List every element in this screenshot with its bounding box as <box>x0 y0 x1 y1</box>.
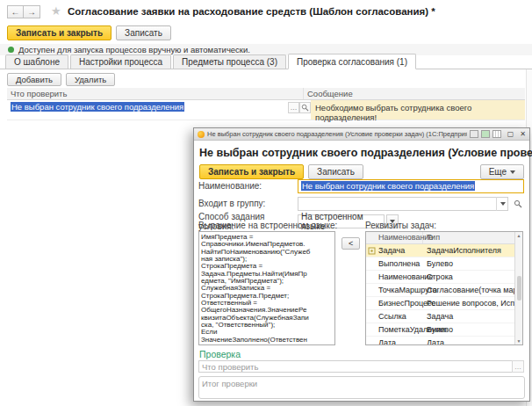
app-icon <box>198 131 205 138</box>
table-row[interactable]: Не выбран сотрудник своего подразделения… <box>7 100 525 120</box>
attribute-type: Булево <box>423 259 514 268</box>
nav-buttons: ← → <box>7 5 40 18</box>
table-row[interactable]: Выполнена Булево <box>366 257 514 271</box>
group-dropdown-button[interactable] <box>496 197 508 211</box>
group-field-label: Входит в группу: <box>198 199 298 208</box>
name-field-label: Наименование: <box>198 181 298 191</box>
attribute-name: БизнесПроцесс <box>366 299 423 308</box>
attribute-type: Задача <box>423 312 514 321</box>
attribute-icon <box>368 247 376 257</box>
column-header-message[interactable]: Сообщение <box>304 88 525 99</box>
check-cell-buttons: … <box>288 102 311 120</box>
attribute-name: ТочкаМаршрута <box>366 286 423 294</box>
group-open-button[interactable] <box>511 197 524 211</box>
tab-process-subjects[interactable]: Предметы процесса (3) <box>173 54 286 69</box>
table-row[interactable]: Дата Дата <box>366 337 514 344</box>
group-field-row: Входит в группу: <box>198 196 524 211</box>
table-row[interactable]: ПометкаУдаления Булево <box>366 323 514 337</box>
tab-about-template[interactable]: О шаблоне <box>5 54 68 69</box>
dialog-heading: Не выбран сотрудник своего подразделения… <box>194 141 529 161</box>
add-button[interactable]: Добавить <box>7 73 61 86</box>
tab-process-settings[interactable]: Настройки процесса <box>70 54 171 69</box>
table-row[interactable]: БизнесПроцесс Решение вопросов, Испол... <box>366 297 514 310</box>
window-icon[interactable] <box>481 130 490 138</box>
scroll-up-icon[interactable]: ▲ <box>517 233 521 238</box>
attribute-type: Дата <box>423 338 514 344</box>
check-cell[interactable]: Не выбран сотрудник своего подразделения <box>7 100 288 120</box>
chevron-down-icon <box>510 170 515 174</box>
forward-icon: → <box>27 7 36 17</box>
group-input[interactable] <box>298 197 508 211</box>
message-cell[interactable]: Необходимо выбрать сотрудника своего под… <box>311 100 525 120</box>
check-cell-value: Не выбран сотрудник своего подразделения <box>11 102 184 112</box>
attribute-name: ПометкаУдаления <box>366 325 423 334</box>
column-header-name[interactable]: Наименование <box>366 232 423 243</box>
scroll-down-icon[interactable]: ▼ <box>517 338 521 344</box>
more-button[interactable]: Еще <box>480 164 524 179</box>
what-to-check-choose-button[interactable]: … <box>512 360 524 373</box>
attribute-name: Наименование <box>366 272 423 281</box>
attributes-table-header: Наименование Тип <box>366 232 514 244</box>
attribute-name: Задача <box>378 246 405 255</box>
attributes-label: Реквизиты задач: <box>365 221 436 230</box>
save-button[interactable]: Записать <box>116 25 171 40</box>
dialog-save-and-close-button[interactable]: Записать и закрыть <box>199 164 304 179</box>
tab-approval-check[interactable]: Проверка согласования (1) <box>288 54 416 69</box>
main-toolbar: Записать и закрыть Записать <box>7 25 171 40</box>
open-button[interactable] <box>299 102 311 113</box>
column-header-type[interactable]: Тип <box>423 232 514 243</box>
choose-button[interactable]: … <box>288 102 299 113</box>
back-icon: ← <box>11 7 20 17</box>
attribute-type: Строка <box>423 272 514 281</box>
command-bar: Добавить Удалить <box>7 73 115 86</box>
maximize-button[interactable]: ▢ <box>507 130 514 138</box>
dialog-titlebar[interactable]: Не выбран сотрудник своего подразделения… <box>194 128 529 141</box>
more-button-label: Еще <box>489 167 507 177</box>
name-field-row: Наименование: Не выбран сотрудник своего… <box>198 178 524 193</box>
attribute-name: Выполнена <box>366 259 423 268</box>
what-to-check-input[interactable] <box>198 360 514 373</box>
check-group-heading: Проверка <box>199 349 241 359</box>
main-window-header: ← → ★ Согласование заявки на расходовани… <box>0 0 532 23</box>
back-button[interactable]: ← <box>7 5 24 18</box>
close-button[interactable]: ✕ <box>520 130 526 138</box>
name-input[interactable]: Не выбран сотрудник своего подразделения <box>298 179 524 193</box>
attribute-name: Ссылка <box>366 312 423 321</box>
check-result-textarea[interactable] <box>198 376 525 399</box>
table-row[interactable]: Задача ЗадачаИсполнителя <box>366 244 514 257</box>
magnifier-icon <box>514 199 522 208</box>
attribute-name: Дата <box>366 338 423 344</box>
page-icon[interactable] <box>470 130 478 138</box>
table-scrollbar[interactable]: ▲ ▼ <box>514 232 522 344</box>
forward-button[interactable]: → <box>24 5 40 18</box>
checks-table-header: Что проверить Сообщение <box>7 88 525 100</box>
page-title: Согласование заявки на расходование сред… <box>68 6 435 17</box>
name-input-value: Не выбран сотрудник своего подразделения <box>301 181 475 191</box>
attribute-type: Решение вопросов, Испол... <box>423 299 514 308</box>
table-row[interactable]: Наименование Строка <box>366 271 514 284</box>
dialog-save-button[interactable]: Записать <box>308 164 363 179</box>
column-header-check[interactable]: Что проверить <box>7 88 304 99</box>
favorite-star-icon[interactable]: ★ <box>51 4 61 18</box>
scrollbar-thumb[interactable] <box>517 276 521 301</box>
ellipsis-icon: … <box>291 104 298 112</box>
table-row[interactable]: Ссылка Задача <box>366 310 514 323</box>
magnifier-icon <box>301 104 309 112</box>
dialog-titlebar-text: Не выбран сотрудник своего подразделения… <box>207 130 467 138</box>
calendar-icon[interactable] <box>492 130 501 138</box>
expression-label: Выражение на встроенном языке: <box>198 221 337 230</box>
attributes-table: Наименование Тип Задача ЗадачаИсполнител… <box>365 231 523 345</box>
checks-table: Что проверить Сообщение Не выбран сотруд… <box>7 88 525 120</box>
save-and-close-button[interactable]: Записать и закрыть <box>7 25 111 40</box>
table-row[interactable]: ТочкаМаршрута Согласование(точка марш... <box>366 284 514 297</box>
delete-button[interactable]: Удалить <box>66 73 115 86</box>
chevron-down-icon <box>500 202 506 206</box>
expression-code-editor[interactable]: ИмяПредмета = Справочники.ИменаПредметов… <box>198 231 335 345</box>
ellipsis-icon: … <box>514 363 521 371</box>
insert-attribute-button[interactable]: < <box>341 237 360 250</box>
condition-dialog: Не выбран сотрудник своего подразделения… <box>193 127 530 402</box>
tab-bar: О шаблоне Настройки процесса Предметы пр… <box>0 54 532 69</box>
attribute-type: ЗадачаИсполнителя <box>423 246 514 255</box>
status-ok-icon <box>8 47 14 53</box>
